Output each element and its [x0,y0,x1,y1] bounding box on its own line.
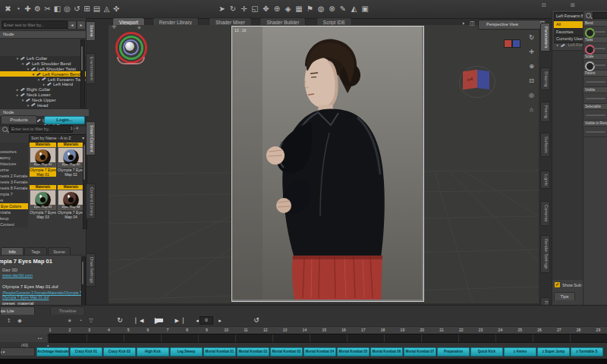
vtab-render-settings[interactable]: Render Settings [540,235,550,272]
tree-arrow-icon[interactable]: ▾ [31,72,36,77]
parameter-control[interactable] [583,43,607,54]
surface-selection-tool-icon[interactable]: ◈ [283,3,293,14]
category-item[interactable]: Makeup [0,215,28,221]
grid-icon[interactable]: ⊞ [82,3,92,14]
vtab-scene[interactable]: Scene [86,21,96,41]
parameter-slider[interactable] [586,81,605,83]
tree-row[interactable]: ▾Head [0,102,86,108]
cut-icon[interactable]: ✂ [42,3,52,14]
home-view-icon[interactable]: ⌂ [527,105,536,115]
loop-button[interactable]: ↻ [114,315,126,326]
show-sub-items-checkbox[interactable]: ✓ [555,282,560,287]
product-card[interactable]: MaterialsEyes Map 04Olympia 7 Eyes Map 0… [58,185,84,219]
figure-icon[interactable]: ⚑ [305,3,315,14]
info-link[interactable]: www.daz3d.com [2,273,33,278]
frame-value-box[interactable]: 0 [200,316,213,325]
node-selection-tool-icon[interactable]: ➤ [217,3,227,14]
timer-icon[interactable]: ◔ [76,315,85,326]
frame-increment-button[interactable]: ▸ [214,315,226,326]
lightbulb-icon[interactable]: ⚹ [137,25,141,31]
aniblock[interactable]: z Ammo [504,347,536,356]
aniblock[interactable]: Mortal Kombat 02 [237,347,269,356]
timeline-track[interactable] [49,334,607,343]
scene-tree-scrollbar[interactable] [80,39,85,110]
settings-gear-icon[interactable]: ⚙ [33,3,42,14]
parameter-slider[interactable] [593,31,605,33]
undo-icon[interactable]: ↺ [72,3,82,14]
vtab-lights[interactable]: Lights [540,171,550,190]
tree-row[interactable]: ▾Left Forearm Twist [0,77,86,82]
tree-arrow-icon[interactable]: ▾ [26,103,30,108]
pyramid-icon[interactable]: ◬ [102,3,112,14]
tree-row[interactable]: ▸Left Hand [0,82,86,87]
view-cube[interactable]: Left [458,64,495,98]
category-item[interactable]: Anatomy [0,155,28,161]
prev-selection-button[interactable]: ◂ [68,20,77,30]
camera-icon[interactable]: ◫ [470,20,475,27]
tree-row[interactable]: ▾Left Shoulder Bend [0,61,86,67]
playhead-handle[interactable] [156,318,163,322]
parameter-control[interactable] [583,93,607,104]
aniblock[interactable]: Mortal Kombat 04 [304,347,336,356]
vtab-shaping[interactable]: Shaping [540,67,550,90]
category-item[interactable]: Genitalia [0,209,28,215]
aniblocks-dropdown[interactable]: aniBlocks ▾ [0,347,35,356]
view-cube-face-left[interactable]: Left [463,70,477,90]
orbit-icon[interactable]: ↻ [527,33,536,42]
category-item[interactable]: Genesis 2 Female [0,173,28,179]
pane-minimize-icon[interactable]: ⊟ [542,2,546,8]
aniblock[interactable]: Quick Kick [470,347,503,356]
pan-icon[interactable]: ✛ [527,47,536,57]
aniblock[interactable]: Mortal Kombat 06 [370,347,403,356]
parameter-dial[interactable] [585,28,595,38]
tree-arrow-icon[interactable]: ▸ [15,93,20,97]
tree-row[interactable]: ▸Right Collar [0,87,86,93]
aniblock[interactable]: Mortal Kombat 03 [270,347,303,356]
aniblock[interactable]: Leg Sweep [170,347,203,356]
category-item[interactable]: All [0,143,28,149]
universal-tool-icon[interactable]: ⊕ [272,3,282,14]
parameter-slider[interactable] [593,64,605,66]
tab-products[interactable]: Products [1,115,37,124]
clock-icon[interactable]: ◔ [13,3,23,14]
product-card[interactable]: MaterialsEyes Map 01Olympia 7 Eyes Map 0… [30,143,56,177]
parameter-slider[interactable] [586,131,605,133]
vtab-surfaces[interactable]: Surfaces [540,133,550,157]
vtab-draw-settings[interactable]: Draw Settings [86,253,96,287]
aniblock[interactable]: Crazy Kick 01 [70,347,102,356]
category-item[interactable]: Accessories [0,149,28,155]
tree-row[interactable]: ▾Left Forearm Bend [0,71,86,77]
spot-render-tool-icon[interactable]: ▦ [294,3,304,14]
cross-icon[interactable]: ✜ [112,3,121,14]
vtab-content-library[interactable]: Content Library [86,184,96,220]
vtab-environment[interactable]: Environment [86,53,96,84]
list-icon[interactable]: ▤ [92,3,102,14]
category-item[interactable]: Eye Colors [0,203,28,209]
tree-arrow-icon[interactable]: ▾ [15,56,20,61]
tree-arrow-icon[interactable]: ▾ [26,67,30,71]
tree-arrow-icon[interactable]: ▾ [20,61,25,66]
category-item[interactable]: Genesis 3 Female [0,179,28,185]
products-filter-input[interactable] [9,125,73,133]
delete-icon[interactable]: ⊗ [327,3,337,14]
aim-icon[interactable]: ◎ [527,90,536,100]
parameter-dial[interactable] [585,61,595,71]
active-pose-tool-icon[interactable]: ✥ [261,3,271,14]
skip-end-button[interactable]: ▶▕ [173,315,185,326]
parameter-slider[interactable] [586,115,605,116]
scene-filter-input[interactable] [2,20,68,29]
key-icon[interactable]: ↥ [5,315,14,326]
category-item[interactable]: Eyes [0,197,28,203]
parameters-search-input[interactable] [593,12,607,19]
vtab-parameters[interactable]: Parameters [540,23,550,52]
tab-animate-lite[interactable]: aniMate Lite [0,306,35,315]
tree-arrow-icon[interactable]: ▾ [20,98,25,102]
target-icon[interactable]: ◎ [62,3,72,14]
next-selection-button[interactable]: ▸ [77,20,86,30]
edit-pencil-icon[interactable]: ✎ [338,3,348,14]
category-item[interactable]: Figurine [0,167,28,173]
marker-icon[interactable]: ◆ [15,315,24,326]
info-path-2[interactable]: Olympia 7 Eyes Map 01.duf [2,295,49,300]
aniblock[interactable]: Mortal Kombat 07 [404,347,436,356]
tree-arrow-icon[interactable]: ▾ [36,77,41,82]
